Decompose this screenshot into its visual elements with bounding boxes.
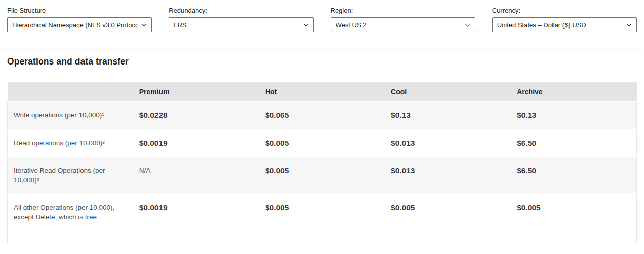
price-cell: $0.13 xyxy=(385,101,511,129)
file-structure-select[interactable]: Hierarchical Namespace (NFS v3.0 Protoco… xyxy=(7,17,152,32)
region-select[interactable]: West US 2 xyxy=(331,17,475,32)
column-header-archive: Archive xyxy=(511,82,636,101)
pricing-page: File Structure Hierarchical Namespace (N… xyxy=(0,0,644,244)
column-header-empty xyxy=(8,82,133,101)
filter-redundancy: Redundancy: LRS xyxy=(169,7,313,32)
column-header-cool: Cool xyxy=(385,82,511,101)
column-header-premium: Premium xyxy=(133,82,259,101)
table-row: Read operations (per 10,000)² $0.0019 $0… xyxy=(8,129,637,157)
row-label: Read operations (per 10,000)² xyxy=(8,129,133,157)
price-cell: $0.0019 xyxy=(133,194,259,244)
price-cell: $0.013 xyxy=(385,129,511,157)
price-cell: $0.13 xyxy=(511,101,636,129)
table-row: Iterative Read Operations (per 10,000)³ … xyxy=(8,157,637,194)
price-cell: $0.005 xyxy=(259,194,385,244)
file-structure-label: File Structure xyxy=(7,7,152,14)
region-label: Region: xyxy=(331,7,475,14)
filter-file-structure: File Structure Hierarchical Namespace (N… xyxy=(7,7,152,32)
currency-select[interactable]: United States – Dollar ($) USD xyxy=(492,17,637,32)
price-cell: $0.005 xyxy=(385,194,511,244)
redundancy-label: Redundancy: xyxy=(169,7,313,14)
section-title: Operations and data transfer xyxy=(7,56,637,67)
filter-region: Region: West US 2 xyxy=(331,7,475,32)
price-cell: $0.013 xyxy=(385,157,511,194)
price-cell: $0.065 xyxy=(259,101,385,129)
price-cell: $0.005 xyxy=(259,129,385,157)
redundancy-select[interactable]: LRS xyxy=(169,17,313,32)
filter-bar: File Structure Hierarchical Namespace (N… xyxy=(0,0,644,32)
price-cell: $0.0228 xyxy=(133,101,259,129)
pricing-table-wrap: Premium Hot Cool Archive Write operation… xyxy=(7,82,637,244)
price-cell: N/A xyxy=(133,157,259,194)
operations-section: Operations and data transfer Premium Hot… xyxy=(0,56,644,244)
table-header-row: Premium Hot Cool Archive xyxy=(8,82,637,101)
price-cell: $0.0019 xyxy=(133,129,259,157)
currency-label: Currency: xyxy=(492,7,637,14)
pricing-table: Premium Hot Cool Archive Write operation… xyxy=(7,82,637,244)
price-cell: $0.005 xyxy=(511,194,636,244)
price-cell: $0.005 xyxy=(259,157,385,194)
row-label: Write operations (per 10,000)¹ xyxy=(8,101,133,129)
table-row: All other Operations (per 10,000), excep… xyxy=(8,194,637,244)
table-row: Write operations (per 10,000)¹ $0.0228 $… xyxy=(8,101,637,129)
filter-currency: Currency: United States – Dollar ($) USD xyxy=(492,7,637,32)
row-label: All other Operations (per 10,000), excep… xyxy=(8,194,133,244)
price-cell: $6.50 xyxy=(511,157,636,194)
row-label: Iterative Read Operations (per 10,000)³ xyxy=(8,157,133,194)
price-cell: $6.50 xyxy=(511,129,636,157)
filter-bar-divider xyxy=(0,48,644,48)
column-header-hot: Hot xyxy=(259,82,385,101)
